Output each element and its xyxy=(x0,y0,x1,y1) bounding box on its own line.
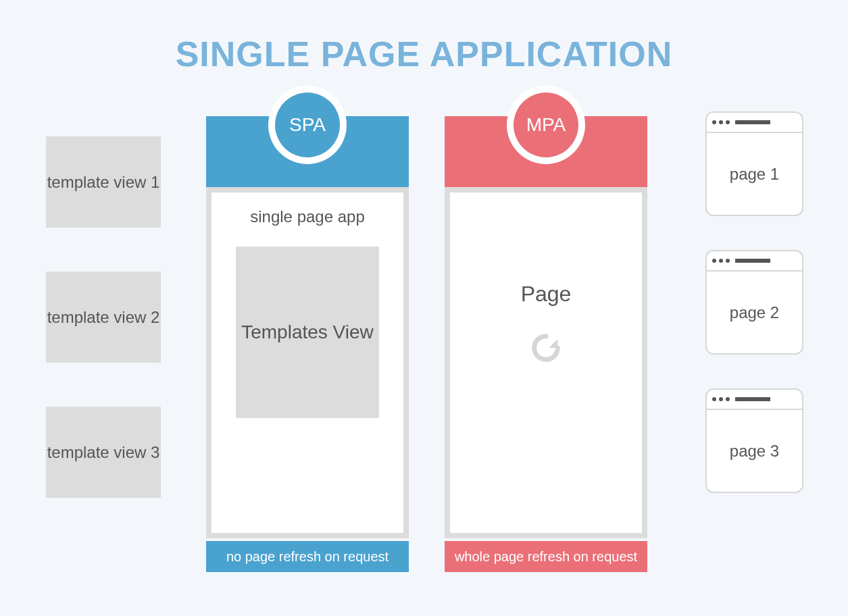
spa-badge: SPA xyxy=(275,93,340,157)
diagram-title: SINGLE PAGE APPLICATION xyxy=(0,0,848,74)
page-mini-3-label: page 3 xyxy=(707,410,802,492)
template-view-box-1: template view 1 xyxy=(46,136,161,228)
mpa-body: Page xyxy=(445,187,647,538)
browser-bar-icon xyxy=(707,113,802,133)
page-mini-2-label: page 2 xyxy=(707,272,802,353)
diagram-stage: template view 1 template view 2 template… xyxy=(0,74,848,588)
spa-body: single page app Templates View xyxy=(206,187,409,538)
spa-badge-ring: SPA xyxy=(268,86,347,164)
page-mini-1-label: page 1 xyxy=(707,133,802,215)
refresh-icon xyxy=(528,330,564,365)
mpa-column: MPA Page whole page refresh on request xyxy=(445,116,647,572)
page-mini-2: page 2 xyxy=(705,250,803,355)
templates-view-box: Templates View xyxy=(236,247,379,418)
template-view-box-3: template view 3 xyxy=(46,407,161,498)
browser-bar-icon xyxy=(707,251,802,272)
spa-panel: single page app Templates View xyxy=(211,192,403,533)
spa-subtitle: single page app xyxy=(250,207,364,226)
browser-bar-icon xyxy=(707,390,802,410)
spa-column: SPA single page app Templates View no pa… xyxy=(206,116,409,572)
template-view-box-2: template view 2 xyxy=(46,272,161,363)
mpa-footer: whole page refresh on request xyxy=(445,541,647,572)
spa-footer: no page refresh on request xyxy=(206,541,409,572)
mpa-badge-ring: MPA xyxy=(507,86,585,164)
mpa-badge: MPA xyxy=(514,93,578,157)
page-mini-1: page 1 xyxy=(705,111,803,216)
mpa-panel: Page xyxy=(450,192,642,533)
mpa-page-label: Page xyxy=(521,282,572,307)
page-mini-3: page 3 xyxy=(705,388,803,493)
